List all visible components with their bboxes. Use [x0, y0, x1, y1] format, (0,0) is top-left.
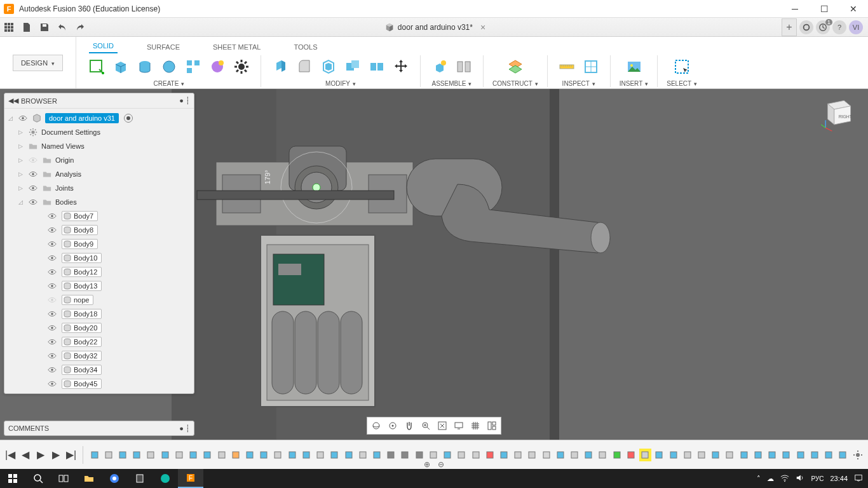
- timeline-feature[interactable]: [102, 449, 114, 461]
- grid-settings-button[interactable]: [468, 419, 483, 433]
- browser-options-button[interactable]: ● ┆: [179, 97, 190, 105]
- visibility-toggle-icon[interactable]: [46, 294, 58, 306]
- visibility-toggle-icon[interactable]: [17, 112, 29, 124]
- timeline-feature[interactable]: [681, 449, 693, 461]
- timeline-next-button[interactable]: ▶: [50, 449, 62, 461]
- browser-node-origin[interactable]: ▷Origin: [4, 153, 194, 167]
- form-tool-icon[interactable]: [207, 57, 227, 77]
- timeline-feature[interactable]: [300, 449, 312, 461]
- tab-solid[interactable]: SOLID: [89, 39, 118, 53]
- taskview-button[interactable]: [51, 469, 76, 488]
- visibility-toggle-icon[interactable]: [46, 364, 58, 376]
- measure-tool-icon[interactable]: [557, 57, 577, 77]
- fillet-tool-icon[interactable]: [294, 57, 315, 77]
- browser-node-bodies[interactable]: ◿Bodies: [4, 195, 194, 209]
- timeline-feature[interactable]: [427, 449, 439, 461]
- presspull-tool-icon[interactable]: [270, 57, 290, 77]
- close-tab-button[interactable]: ×: [480, 22, 485, 32]
- file-button[interactable]: [18, 18, 36, 36]
- browser-body-item[interactable]: Body45: [4, 377, 194, 391]
- timeline-feature[interactable]: [738, 449, 750, 461]
- visibility-toggle-icon[interactable]: [46, 210, 58, 222]
- timeline-page-prev[interactable]: ⊕: [424, 460, 430, 469]
- timeline-feature[interactable]: [639, 449, 651, 461]
- browser-body-item[interactable]: Body13: [4, 279, 194, 293]
- cylinder-tool-icon[interactable]: [135, 57, 155, 77]
- timeline-prev-button[interactable]: ◀: [19, 449, 32, 461]
- timeline-feature[interactable]: [201, 449, 214, 461]
- timeline-feature[interactable]: [837, 449, 849, 461]
- browser-body-item[interactable]: Body32: [4, 349, 194, 363]
- timeline-feature[interactable]: [116, 449, 128, 461]
- timeline-feature[interactable]: [413, 449, 425, 461]
- timeline-feature[interactable]: [159, 449, 171, 461]
- display-settings-button[interactable]: [451, 419, 466, 433]
- component-tool-icon[interactable]: [430, 57, 450, 77]
- timeline-feature[interactable]: [385, 449, 397, 461]
- fit-button[interactable]: [435, 419, 450, 433]
- plane-tool-icon[interactable]: [505, 57, 526, 77]
- search-button[interactable]: [25, 469, 51, 488]
- visibility-toggle-icon[interactable]: [46, 266, 58, 278]
- shell-tool-icon[interactable]: [318, 57, 339, 77]
- box-tool-icon[interactable]: [111, 57, 131, 77]
- timeline-feature[interactable]: [456, 449, 468, 461]
- save-button[interactable]: [36, 18, 53, 36]
- timeline-feature[interactable]: [470, 449, 482, 461]
- tray-language[interactable]: РУС: [811, 475, 824, 482]
- visibility-toggle-icon[interactable]: [46, 322, 58, 334]
- sphere-tool-icon[interactable]: [159, 57, 179, 77]
- timeline-feature[interactable]: [370, 449, 383, 461]
- browser-body-item[interactable]: Body10: [4, 251, 194, 265]
- timeline-feature[interactable]: [315, 449, 327, 461]
- visibility-toggle-icon[interactable]: [46, 224, 58, 236]
- tray-wifi-icon[interactable]: [780, 473, 789, 484]
- window-minimize-button[interactable]: ─: [780, 0, 810, 18]
- browser-body-item[interactable]: Body12: [4, 265, 194, 279]
- timeline-feature[interactable]: [145, 449, 157, 461]
- timeline-feature[interactable]: [583, 449, 595, 461]
- timeline-feature[interactable]: [329, 449, 341, 461]
- timeline-feature[interactable]: [808, 449, 820, 461]
- timeline-end-button[interactable]: ▶|: [65, 449, 78, 461]
- addins-tool-icon[interactable]: [231, 57, 252, 77]
- timeline-feature[interactable]: [667, 449, 679, 461]
- timeline-feature[interactable]: [498, 449, 510, 461]
- browser-node-analysis[interactable]: ▷Analysis: [4, 167, 194, 181]
- timeline-feature[interactable]: [131, 449, 143, 461]
- browser-body-item[interactable]: Body34: [4, 363, 194, 377]
- tray-chevron-icon[interactable]: ˄: [757, 475, 761, 483]
- zoom-button[interactable]: [418, 419, 433, 433]
- section-tool-icon[interactable]: [581, 57, 601, 77]
- browser-body-item[interactable]: Body9: [4, 237, 194, 251]
- tray-clock[interactable]: 23:44: [830, 475, 848, 482]
- timeline-feature[interactable]: [526, 449, 538, 461]
- timeline-feature[interactable]: [597, 449, 609, 461]
- timeline-feature[interactable]: [766, 449, 778, 461]
- browser-body-item[interactable]: Body18: [4, 307, 194, 321]
- timeline-feature[interactable]: [88, 449, 100, 461]
- explorer-taskbar-icon[interactable]: [76, 469, 102, 488]
- timeline-feature[interactable]: [229, 449, 241, 461]
- timeline-feature[interactable]: [258, 449, 270, 461]
- browser-node-doc-settings[interactable]: ▷Document Settings: [4, 125, 194, 139]
- timeline-feature[interactable]: [342, 449, 355, 461]
- undo-button[interactable]: [53, 18, 71, 36]
- timeline-feature[interactable]: [187, 449, 200, 461]
- data-panel-button[interactable]: [0, 18, 18, 36]
- timeline-feature[interactable]: [653, 449, 665, 461]
- timeline-feature[interactable]: [215, 449, 227, 461]
- timeline-play-button[interactable]: ▶: [34, 449, 47, 461]
- visibility-toggle-icon[interactable]: [46, 252, 58, 264]
- look-button[interactable]: [385, 419, 400, 433]
- browser-body-item[interactable]: Body8: [4, 223, 194, 237]
- new-tab-button[interactable]: +: [782, 18, 797, 36]
- pan-button[interactable]: [402, 419, 417, 433]
- job-status-button[interactable]: 1: [816, 20, 830, 34]
- activate-component-button[interactable]: [124, 114, 133, 123]
- timeline-feature[interactable]: [794, 449, 806, 461]
- tab-sheetmetal[interactable]: SHEET METAL: [209, 41, 264, 53]
- move-tool-icon[interactable]: [391, 57, 411, 77]
- visibility-toggle-icon[interactable]: [27, 154, 39, 166]
- timeline-feature[interactable]: [484, 449, 496, 461]
